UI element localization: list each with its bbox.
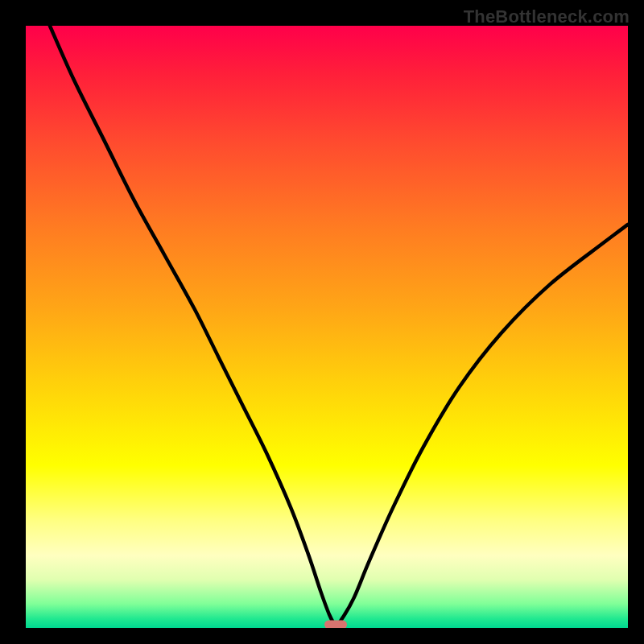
- chart-frame: TheBottleneck.com: [5, 5, 639, 639]
- plot-area: [26, 26, 628, 628]
- watermark-text: TheBottleneck.com: [464, 6, 630, 27]
- bottleneck-curve: [26, 26, 628, 628]
- optimal-point-marker: [324, 621, 347, 628]
